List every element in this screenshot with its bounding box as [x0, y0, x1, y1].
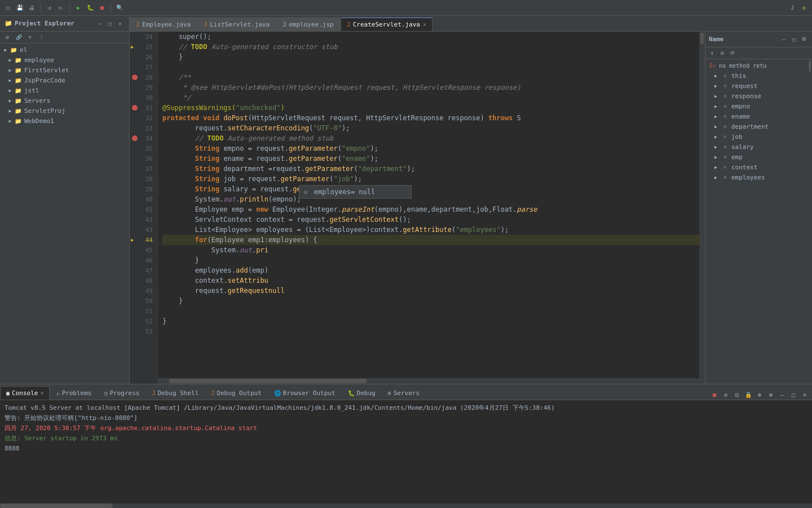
console-disconnect-btn[interactable]: ⊘ — [721, 389, 731, 400]
code-hscroll-thumb[interactable] — [169, 379, 367, 383]
salary-arrow: ▶ — [714, 144, 721, 150]
sidebar-item-servers[interactable]: ▶ 📁 Servers — [0, 95, 129, 106]
toolbar-forward-btn[interactable]: ▷ — [55, 2, 67, 14]
toolbar-stop-btn[interactable]: ■ — [96, 2, 108, 14]
toolbar-new-btn[interactable]: ◻ — [2, 2, 14, 14]
line-numbers: 24 25 26 27 28 29 30 31 32 33 34 35 36 3… — [130, 32, 158, 384]
tab-browser-output[interactable]: 🌐 Browser Output — [268, 386, 342, 400]
code-vscroll-thumb[interactable] — [700, 33, 704, 44]
outline-item-context[interactable]: ▶ ⊙ context — [705, 162, 807, 172]
toolbar-perspective-java-btn[interactable]: J — [787, 2, 798, 14]
toolbar-perspective-debug-btn[interactable]: ⚙ — [798, 2, 810, 14]
code-line-30: */ — [162, 93, 699, 103]
tab-listservlet-java[interactable]: J ListServlet.java — [197, 17, 276, 31]
tab-employee-java[interactable]: J Employee.java — [130, 17, 197, 31]
this-arrow: ▶ — [714, 73, 721, 78]
tab-debug-shell[interactable]: J Debug Shell — [145, 386, 205, 400]
sidebar-close-btn[interactable]: × — [116, 19, 125, 28]
outline-maximize-btn[interactable]: □ — [789, 35, 798, 44]
sidebar-item-jsppraccode[interactable]: ▶ 📁 JspPracCode — [0, 75, 129, 85]
sidebar-item-servletproj[interactable]: ▶ 📁 ServletProj — [0, 106, 129, 116]
console-hscroll-thumb[interactable] — [0, 503, 113, 508]
code-vscroll[interactable] — [699, 32, 705, 384]
toolbar-run-btn[interactable]: ▶ — [73, 2, 84, 14]
outline-item-ename[interactable]: ▶ ⊙ ename — [705, 111, 807, 121]
outline-sort-btn[interactable]: ↕ — [708, 49, 717, 58]
tab-servers[interactable]: ⚙ Servers — [382, 386, 426, 400]
line-28: 28 — [130, 72, 157, 82]
sidebar-minimize-btn[interactable]: — — [95, 19, 104, 28]
toolbar-back-btn[interactable]: ◁ — [43, 2, 55, 14]
sidebar-maximize-btn[interactable]: □ — [105, 19, 114, 28]
sidebar-item-webdemo1[interactable]: ▶ 📁 WebDemo1 — [0, 116, 129, 126]
servletproj-arrow: ▶ — [7, 108, 14, 113]
line-33: 33 — [130, 123, 157, 133]
bottom-close-btn[interactable]: × — [800, 389, 810, 400]
tab-debug[interactable]: 🐛 Debug — [342, 386, 382, 400]
bottom-minimize-btn[interactable]: — — [777, 389, 787, 400]
tab-progress[interactable]: ◷ Progress — [98, 386, 145, 400]
outline-item-department[interactable]: ▶ ⊙ department — [705, 121, 807, 132]
outline-item-request[interactable]: ▶ ⊙ request — [705, 81, 807, 91]
jsppraccode-label: JspPracCode — [24, 77, 65, 84]
jsppraccode-folder-icon: 📁 — [14, 76, 23, 84]
outline-item-job[interactable]: ▶ ⊙ job — [705, 132, 807, 142]
tab-createservlet-java[interactable]: J CreateServlet.java × — [341, 17, 433, 31]
code-hscroll[interactable] — [158, 378, 699, 384]
console-tab-close-btn[interactable]: × — [40, 390, 43, 396]
tab-employee-jsp[interactable]: J employee.jsp — [276, 17, 340, 31]
outline-vscroll[interactable] — [807, 59, 812, 384]
outline-item-salary[interactable]: ▶ ⊙ salary — [705, 142, 807, 152]
sidebar-item-firstservlet[interactable]: ▶ 📁 FirstServlet — [0, 65, 129, 75]
collapse-all-btn[interactable]: ⊟ — [2, 33, 12, 42]
outline-item-response[interactable]: ▶ ⊙ response — [705, 91, 807, 101]
outline-item-this[interactable]: ▶ ⊙ this — [705, 71, 807, 81]
console-stop-btn[interactable]: ■ — [709, 389, 720, 400]
outline-other-btn[interactable]: ⧉ — [800, 35, 809, 44]
emp-label: emp — [731, 154, 743, 161]
code-line-31: @SuppressWarnings("unchecked") — [162, 103, 699, 113]
toolbar-save-btn[interactable]: 💾 — [14, 2, 25, 14]
tab-createservlet-close-btn[interactable]: × — [423, 21, 426, 28]
console-paste-btn[interactable]: ⊗ — [766, 389, 776, 400]
console-startup-text: 信息: Server startup in 2973 ms — [5, 434, 118, 443]
filter-btn[interactable]: ▽ — [25, 33, 35, 42]
console-clear-btn[interactable]: ⊡ — [732, 389, 742, 400]
view-menu-btn[interactable]: ⋮ — [36, 33, 46, 42]
bottom-panel-actions: ■ ⊘ ⊡ 🔒 ⊕ ⊗ — □ × — [709, 389, 812, 400]
outline-item-emp[interactable]: ▶ ⊙ emp — [705, 152, 807, 162]
tab-problems[interactable]: ⚠ Problems — [50, 386, 98, 400]
console-hscroll[interactable] — [0, 503, 812, 508]
code-line-35: String empno = request.getParameter("emp… — [162, 143, 699, 154]
project-explorer-title: 📁 Project Explorer — [5, 20, 74, 27]
sidebar-item-employee[interactable]: ▶ 📁 employee — [0, 55, 129, 65]
main-area: 📁 Project Explorer — □ × ⊟ 🔗 ▽ ⋮ ▶ 📁 el — [0, 16, 812, 384]
outline-item-empno[interactable]: ▶ ⊙ empno — [705, 101, 807, 111]
code-editor[interactable]: 24 25 26 27 28 29 30 31 32 33 34 35 36 3… — [130, 32, 705, 384]
console-copy-btn[interactable]: ⊕ — [754, 389, 765, 400]
link-editor-btn[interactable]: 🔗 — [14, 33, 24, 42]
servletproj-folder-icon: 📁 — [14, 107, 23, 115]
outline-item-employees[interactable]: ▶ ⊙ employees — [705, 172, 807, 182]
outline-hide-btn[interactable]: ⊟ — [718, 49, 727, 58]
bottom-maximize-btn[interactable]: □ — [788, 389, 798, 400]
outline-vscroll-thumb[interactable] — [809, 60, 811, 72]
job-arrow: ▶ — [714, 134, 721, 139]
code-line-24: super(); — [162, 32, 699, 42]
toolbar-search-btn[interactable]: 🔍 — [114, 2, 125, 14]
console-lock-btn[interactable]: 🔒 — [743, 389, 753, 400]
sidebar-item-el[interactable]: ▶ 📁 el — [0, 45, 129, 55]
toolbar-debug-btn[interactable]: 🐛 — [85, 2, 96, 14]
console-server-line: Tomcat v8.5 Server at localhost [Apache … — [5, 402, 807, 413]
ename-field-icon: ⊙ — [721, 112, 729, 120]
sidebar-item-jstl[interactable]: ▶ 📁 jstl — [0, 85, 129, 95]
code-content[interactable]: super(); // TODO Auto-generated construc… — [158, 32, 699, 384]
tab-console[interactable]: ▣ Console × — [0, 386, 50, 400]
toolbar-print-btn[interactable]: 🖨 — [26, 2, 37, 14]
autocomplete-popup: ⊙ employees= null — [299, 185, 412, 199]
outline-item-no-method[interactable]: E+ no method retu — [705, 60, 807, 71]
tab-listservlet-java-icon: J — [204, 21, 207, 28]
tab-debug-output[interactable]: J Debug Output — [205, 386, 268, 400]
outline-minimize-btn[interactable]: — — [779, 35, 788, 44]
outline-sync-btn[interactable]: ⟳ — [728, 49, 737, 58]
